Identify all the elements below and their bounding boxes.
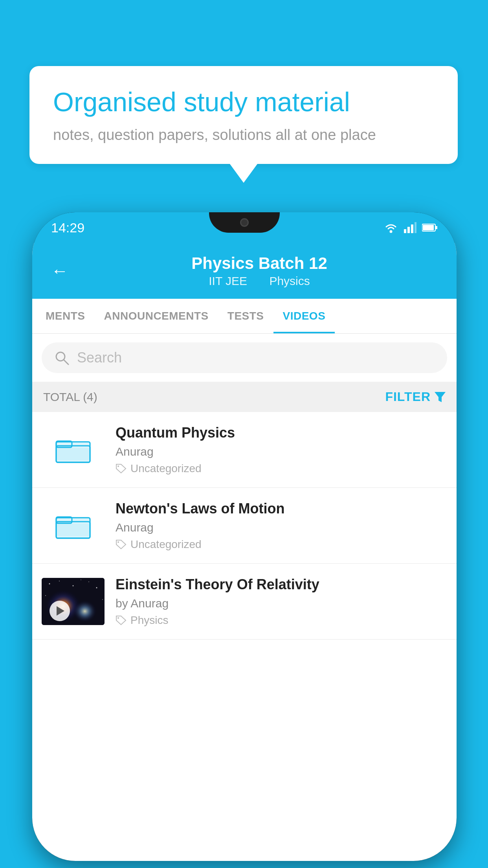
svg-point-34 <box>73 600 97 622</box>
filter-button[interactable]: FILTER <box>385 390 446 404</box>
video-title: Quantum Physics <box>116 425 447 441</box>
video-tag: Uncategorized <box>116 538 447 551</box>
tab-ments[interactable]: MENTS <box>36 299 95 333</box>
tag-icon <box>116 539 127 550</box>
svg-rect-1 <box>404 229 406 233</box>
play-triangle <box>57 606 64 616</box>
svg-point-24 <box>49 583 50 585</box>
folder-icon-container <box>42 426 105 473</box>
svg-point-28 <box>96 587 97 588</box>
search-icon <box>54 350 69 365</box>
svg-point-22 <box>117 541 119 543</box>
svg-rect-21 <box>57 524 89 536</box>
camera-dot <box>240 218 249 227</box>
svg-rect-6 <box>436 226 437 229</box>
battery-icon <box>422 223 438 232</box>
folder-icon <box>55 510 91 541</box>
svg-rect-2 <box>407 227 410 233</box>
app-header: ← Physics Batch 12 IIT JEE Physics <box>32 243 457 299</box>
subtitle-physics: Physics <box>269 274 310 287</box>
thumbnail-bg <box>42 578 105 625</box>
video-author: Anurag <box>116 445 447 458</box>
phone-notch <box>209 212 280 233</box>
video-title: Einstein's Theory Of Relativity <box>116 576 447 593</box>
thumbnail-visual <box>42 578 105 625</box>
svg-point-25 <box>59 581 60 581</box>
tag-label: Uncategorized <box>130 462 202 475</box>
status-time: 14:29 <box>51 220 84 235</box>
search-placeholder[interactable]: Search <box>77 349 122 366</box>
video-list: Quantum Physics Anurag Uncategorized <box>32 412 457 640</box>
svg-point-32 <box>81 579 81 580</box>
total-count: TOTAL (4) <box>43 390 97 404</box>
batch-title: Physics Batch 12 <box>81 254 438 273</box>
svg-line-9 <box>64 360 68 364</box>
folder-icon <box>55 434 91 465</box>
tab-tests[interactable]: TESTS <box>218 299 273 333</box>
video-author: by Anurag <box>116 597 447 610</box>
speech-bubble-title: Organised study material <box>53 86 434 117</box>
video-tag: Physics <box>116 614 447 627</box>
tag-icon <box>116 615 127 625</box>
video-thumbnail <box>42 578 105 625</box>
video-title: Newton's Laws of Motion <box>116 500 447 517</box>
video-info: Newton's Laws of Motion Anurag Uncategor… <box>116 500 447 551</box>
app-screen: ← Physics Batch 12 IIT JEE Physics MENTS… <box>32 243 457 861</box>
speech-bubble-subtitle: notes, question papers, solutions all at… <box>53 127 434 143</box>
tabs-bar: MENTS ANNOUNCEMENTS TESTS VIDEOS <box>32 299 457 334</box>
list-item[interactable]: Newton's Laws of Motion Anurag Uncategor… <box>32 488 457 564</box>
batch-subtitle: IIT JEE Physics <box>81 274 438 288</box>
svg-point-27 <box>88 581 89 582</box>
svg-point-29 <box>45 595 46 596</box>
back-button[interactable]: ← <box>51 261 68 281</box>
folder-icon-container <box>42 502 105 549</box>
svg-point-30 <box>102 599 103 600</box>
svg-rect-15 <box>57 448 89 460</box>
filter-icon <box>435 392 446 402</box>
svg-rect-7 <box>423 225 434 230</box>
svg-point-16 <box>117 465 119 467</box>
filter-label: FILTER <box>385 390 431 404</box>
tab-announcements[interactable]: ANNOUNCEMENTS <box>95 299 218 333</box>
svg-rect-3 <box>411 224 413 233</box>
phone-frame: 14:29 <box>32 212 457 861</box>
search-bar[interactable]: Search <box>42 342 447 373</box>
svg-point-26 <box>73 585 74 587</box>
filter-bar: TOTAL (4) FILTER <box>32 382 457 412</box>
speech-bubble-card: Organised study material notes, question… <box>29 66 458 164</box>
tag-label: Physics <box>130 614 168 627</box>
status-icons <box>383 222 438 233</box>
svg-point-35 <box>117 617 119 619</box>
video-info: Einstein's Theory Of Relativity by Anura… <box>116 576 447 627</box>
subtitle-iitjee: IIT JEE <box>209 274 247 287</box>
list-item[interactable]: Quantum Physics Anurag Uncategorized <box>32 412 457 488</box>
signal-icon <box>404 222 416 233</box>
tab-videos[interactable]: VIDEOS <box>273 299 335 333</box>
video-info: Quantum Physics Anurag Uncategorized <box>116 425 447 475</box>
wifi-icon <box>383 222 398 233</box>
play-button[interactable] <box>50 601 70 621</box>
search-container: Search <box>32 334 457 382</box>
tag-icon <box>116 463 127 474</box>
list-item[interactable]: Einstein's Theory Of Relativity by Anura… <box>32 564 457 640</box>
video-author: Anurag <box>116 521 447 534</box>
svg-point-0 <box>390 230 393 233</box>
video-tag: Uncategorized <box>116 462 447 475</box>
header-title-block: Physics Batch 12 IIT JEE Physics <box>81 254 438 288</box>
svg-rect-4 <box>415 222 416 233</box>
status-bar: 14:29 <box>32 212 457 243</box>
tag-label: Uncategorized <box>130 538 202 551</box>
svg-marker-10 <box>435 392 446 402</box>
